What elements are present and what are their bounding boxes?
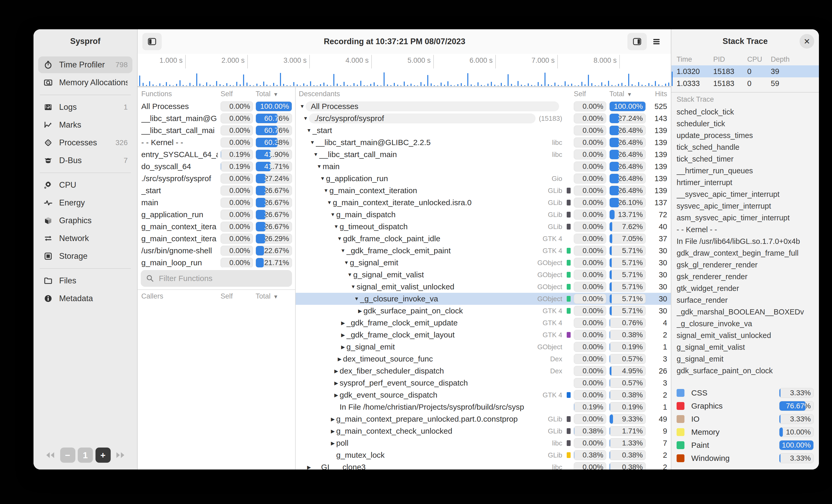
tree-row[interactable]: ▶g_main_context_prepare_unlocked.part.0.… (296, 413, 671, 425)
expanded-arrow-icon[interactable]: ▼ (333, 224, 340, 229)
collapsed-arrow-icon[interactable]: ▶ (336, 356, 343, 362)
hits-column-header[interactable]: Hits (649, 90, 667, 98)
sidebar-item-time-profiler[interactable]: Time Profiler798 (38, 56, 132, 73)
skip-backward-icon[interactable] (43, 448, 57, 463)
zoom-in-button[interactable]: + (96, 448, 111, 463)
tree-row[interactable]: ▼g_signal_emitGObject0.00%0.00%5.71%5.71… (296, 257, 671, 269)
expanded-arrow-icon[interactable]: ▼ (353, 296, 360, 302)
stack-frame[interactable]: sched_clock_tick (677, 106, 814, 118)
self-column-header[interactable]: Self (220, 90, 253, 98)
tree-row[interactable]: ▼_gdk_frame_clock_emit_paintGTK 40.00%0.… (296, 245, 671, 257)
stack-frame[interactable]: sysvec_apic_timer_interrupt (677, 200, 814, 212)
tree-row[interactable]: ▼main0.00%0.00%26.48%26.48%139 (296, 161, 671, 172)
stack-frame[interactable]: gdk_surface_paint_on_clock (677, 365, 814, 377)
tree-row[interactable]: ▶g_signal_emitGObject0.00%0.00%0.19%0.19… (296, 341, 671, 353)
filter-functions-box[interactable] (141, 270, 292, 287)
stack-frame[interactable]: asm_sysvec_apic_timer_interrupt (677, 212, 814, 224)
stack-frame[interactable]: g_signal_emit (677, 353, 814, 365)
skip-forward-icon[interactable] (113, 448, 128, 463)
tree-row[interactable]: ▼g_main_context_iterationGLib0.00%0.00%2… (296, 185, 671, 197)
descendants-total-column-header[interactable]: Total▼ (609, 90, 646, 98)
expanded-arrow-icon[interactable]: ▼ (346, 272, 353, 278)
expanded-arrow-icon[interactable]: ▼ (340, 248, 346, 254)
collapsed-arrow-icon[interactable]: ▶ (330, 428, 336, 434)
collapsed-arrow-icon[interactable]: ▶ (306, 464, 312, 470)
sidebar-item-memory-allocations[interactable]: Memory Allocations (38, 74, 132, 91)
tree-row[interactable]: ▼./src/sysprof/sysprof(15183)0.00%0.00%2… (296, 112, 671, 124)
expanded-arrow-icon[interactable]: ▼ (306, 128, 312, 133)
collapsed-arrow-icon[interactable]: ▶ (340, 332, 346, 338)
tree-row[interactable]: In File /home/christian/Projects/sysprof… (296, 401, 671, 413)
stack-frame[interactable]: hrtimer_interrupt (677, 177, 814, 189)
sidebar-item-files[interactable]: Files (38, 272, 132, 289)
stack-frame[interactable]: scheduler_tick (677, 118, 814, 130)
collapsed-arrow-icon[interactable]: ▶ (340, 344, 346, 350)
tree-row[interactable]: ▼signal_emit_valist_unlockedGObject0.00%… (296, 281, 671, 293)
filter-functions-input[interactable] (158, 274, 287, 283)
time-column-header[interactable]: Time (677, 55, 710, 63)
callers-self-column-header[interactable]: Self (220, 292, 253, 300)
zoom-level-button[interactable]: 1 (78, 448, 93, 463)
tree-row[interactable]: ▶dex_fiber_scheduler_dispatchDex0.00%0.0… (296, 365, 671, 377)
tree-row[interactable]: ▶sysprof_perf_event_source_dispatch0.00%… (296, 377, 671, 389)
stack-frame[interactable]: surface_render (677, 295, 814, 306)
descendants-column-header[interactable]: Descendants (299, 90, 559, 98)
sample-row[interactable]: 1.033315183059 (671, 77, 819, 89)
cpu-activity-waveform[interactable] (138, 68, 671, 87)
collapsed-arrow-icon[interactable]: ▶ (330, 440, 336, 446)
expanded-arrow-icon[interactable]: ▼ (336, 236, 343, 242)
function-row[interactable]: - - Kernel - -0.00%0.00%60.38%60.38% (138, 136, 295, 148)
expanded-arrow-icon[interactable]: ▼ (319, 176, 326, 181)
zoom-out-button[interactable]: − (60, 448, 75, 463)
tree-row[interactable]: ▶_gdk_frame_clock_emit_updateGTK 40.00%0… (296, 317, 671, 329)
function-row[interactable]: All Processes0.00%0.00%100.00%100.00% (138, 101, 295, 112)
toggle-right-panel-button[interactable] (627, 33, 647, 50)
tree-row[interactable]: ▼g_signal_emit_valistGObject0.00%0.00%5.… (296, 269, 671, 281)
tree-row[interactable]: ▶dex_timeout_source_funcDex0.00%0.00%0.5… (296, 353, 671, 365)
tree-row[interactable]: ▶gdk_surface_paint_on_clockGTK 40.00%0.0… (296, 305, 671, 317)
tree-row[interactable]: ▼g_timeout_dispatchGLib0.00%0.00%7.62%7.… (296, 221, 671, 233)
function-row[interactable]: main0.00%0.00%26.67%26.67% (138, 197, 295, 208)
function-row[interactable]: ./src/sysprof/sysprof0.00%0.00%27.24%27.… (138, 172, 295, 185)
tree-row[interactable]: ▶gdk_event_source_dispatchGTK 40.00%0.00… (296, 389, 671, 401)
collapsed-arrow-icon[interactable]: ▶ (333, 392, 340, 398)
expanded-arrow-icon[interactable]: ▼ (299, 104, 306, 109)
timeline-ruler[interactable]: 1.000 s2.000 s3.000 s4.000 s5.000 s6.000… (138, 54, 671, 68)
collapsed-arrow-icon[interactable]: ▶ (333, 368, 340, 374)
expanded-arrow-icon[interactable]: ▼ (302, 116, 309, 121)
function-row[interactable]: entry_SYSCALL_64_a0.19%0.19%41.90%41.90% (138, 148, 295, 161)
collapsed-arrow-icon[interactable]: ▶ (330, 416, 336, 422)
expanded-arrow-icon[interactable]: ▼ (312, 151, 319, 157)
callers-column-header[interactable]: Callers (141, 292, 218, 300)
stack-frame[interactable]: gdk_draw_context_begin_frame_full (677, 247, 814, 259)
functions-column-header[interactable]: Functions (141, 90, 218, 98)
function-row[interactable]: g_main_context_itera0.00%0.00%26.29%26.2… (138, 233, 295, 245)
tree-row[interactable]: ▼g_main_context_iterate_unlocked.isra.0G… (296, 197, 671, 208)
tree-row[interactable]: ▼_g_closure_invoke_vaGObject0.00%0.00%5.… (296, 293, 671, 305)
sidebar-item-logs[interactable]: Logs1 (38, 99, 132, 116)
expanded-arrow-icon[interactable]: ▼ (316, 164, 322, 169)
descendants-self-column-header[interactable]: Self (574, 90, 606, 98)
total-column-header[interactable]: Total▼ (256, 90, 292, 98)
sidebar-item-graphics[interactable]: Graphics (38, 212, 132, 229)
function-row[interactable]: /usr/bin/gnome-shell0.00%0.00%22.67%22.6… (138, 245, 295, 257)
sidebar-item-network[interactable]: Network (38, 230, 132, 247)
stack-frame[interactable]: tick_sched_timer (677, 153, 814, 165)
tree-row[interactable]: ▼_start0.00%0.00%26.48%26.48%139 (296, 124, 671, 136)
tree-row[interactable]: ▶g_main_context_check_unlockedGLib0.38%0… (296, 425, 671, 437)
pid-column-header[interactable]: PID (713, 55, 745, 63)
stack-frame[interactable]: In File /usr/lib64/libGL.so.1.7.0+0x4b (677, 235, 814, 247)
collapsed-arrow-icon[interactable]: ▶ (357, 308, 363, 314)
stack-frame[interactable]: __sysvec_apic_timer_interrupt (677, 189, 814, 200)
sample-row[interactable]: 1.032015183039 (671, 65, 819, 77)
stack-frame[interactable]: tick_sched_handle (677, 141, 814, 153)
function-row[interactable]: __libc_start_call_mai0.00%0.00%60.76%60.… (138, 124, 295, 136)
stack-frame[interactable]: update_process_times (677, 130, 814, 141)
expanded-arrow-icon[interactable]: ▼ (330, 212, 336, 218)
close-icon[interactable]: ✕ (800, 34, 814, 49)
stack-frame[interactable]: _g_closure_invoke_va (677, 318, 814, 330)
tree-row[interactable]: ▶_gdk_frame_clock_emit_layoutGTK 40.00%0… (296, 329, 671, 341)
tree-row[interactable]: ▼gdk_frame_clock_paint_idleGTK 40.00%0.0… (296, 233, 671, 245)
sidebar-item-processes[interactable]: Processes326 (38, 134, 132, 151)
function-row[interactable]: do_syscall_640.19%0.19%41.71%41.71% (138, 161, 295, 172)
